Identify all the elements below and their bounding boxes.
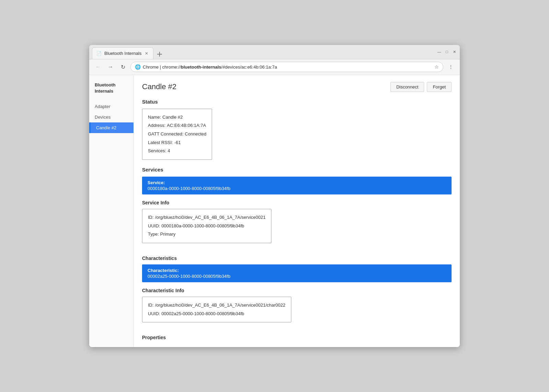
- characteristic-info-section: Characteristic Info ID: /org/bluez/hci0/…: [142, 288, 452, 329]
- status-rssi-value: -61: [174, 139, 181, 147]
- toolbar-icons: ⋮: [446, 62, 456, 72]
- service-uuid: 0000180a-0000-1000-8000-00805f9b34fb: [148, 186, 446, 191]
- browser-window: 📄 Bluetooth Internals ✕ — □ ✕ ← → ↻ 🌐 Ch…: [89, 45, 460, 347]
- status-name-row: Name: Candle #2: [148, 113, 206, 122]
- service-info-box: ID: /org/bluez/hci0/dev_AC_E6_4B_06_1A_7…: [142, 209, 271, 243]
- status-info-box: Name: Candle #2 Address: AC:E6:4B:06:1A:…: [142, 109, 212, 160]
- status-gatt-value: Connected: [185, 130, 207, 139]
- properties-title: Properties: [142, 335, 452, 340]
- service-info-section: Service Info ID: /org/bluez/hci0/dev_AC_…: [142, 200, 452, 250]
- active-tab[interactable]: 📄 Bluetooth Internals ✕: [92, 47, 153, 59]
- title-bar: 📄 Bluetooth Internals ✕ — □ ✕: [89, 45, 460, 59]
- characteristic-info-box: ID: /org/bluez/hci0/dev_AC_E6_4B_06_1A_7…: [142, 297, 291, 322]
- tab-close-button[interactable]: ✕: [144, 50, 149, 57]
- service-id-row: ID: /org/bluez/hci0/dev_AC_E6_4B_06_1A_7…: [148, 213, 266, 222]
- window-controls: — □ ✕: [436, 49, 457, 55]
- sidebar-item-devices[interactable]: Devices: [89, 112, 133, 122]
- service-bar[interactable]: Service: 0000180a-0000-1000-8000-00805f9…: [142, 177, 452, 194]
- service-id-value: /org/bluez/hci0/dev_AC_E6_4B_06_1A_7A/se…: [155, 213, 266, 222]
- status-name-label: Name:: [148, 113, 161, 122]
- characteristic-bar[interactable]: Characteristic: 00002a25-0000-1000-8000-…: [142, 264, 452, 282]
- status-gatt-row: GATT Connected: Connected: [148, 130, 206, 139]
- status-services-value: 4: [167, 147, 170, 155]
- page-title: Candle #2: [142, 82, 176, 91]
- main-content: Bluetooth Internals Adapter Devices Cand…: [89, 75, 460, 347]
- char-id-label: ID:: [148, 301, 154, 310]
- service-uuid-label: UUID:: [148, 222, 160, 230]
- minimize-button[interactable]: —: [436, 49, 442, 55]
- address-bar-icons: ☆: [434, 64, 439, 70]
- sidebar-title: Bluetooth Internals: [89, 82, 133, 101]
- characteristics-title: Characteristics: [142, 256, 452, 261]
- bookmark-icon[interactable]: ☆: [434, 64, 439, 70]
- forget-button[interactable]: Forget: [427, 82, 452, 92]
- status-rssi-row: Latest RSSI: -61: [148, 139, 206, 147]
- navigation-bar: ← → ↻ 🌐 Chrome | chrome://bluetooth-inte…: [89, 59, 460, 75]
- service-id-label: ID:: [148, 213, 154, 222]
- security-icon: 🌐: [135, 64, 141, 70]
- char-id-value: /org/bluez/hci0/dev_AC_E6_4B_06_1A_7A/se…: [155, 301, 285, 310]
- sidebar-item-candle2[interactable]: Candle #2: [89, 122, 133, 133]
- back-button[interactable]: ←: [93, 62, 103, 72]
- service-info-title: Service Info: [142, 200, 452, 205]
- service-label: Service:: [148, 180, 446, 185]
- characteristics-section: Characteristics Characteristic: 00002a25…: [142, 256, 452, 340]
- close-button[interactable]: ✕: [452, 49, 457, 55]
- header-buttons: Disconnect Forget: [390, 82, 452, 92]
- status-address-row: Address: AC:E6:4B:06:1A:7A: [148, 121, 206, 130]
- status-rssi-label: Latest RSSI:: [148, 139, 173, 147]
- tab-title: Bluetooth Internals: [104, 51, 141, 56]
- maximize-button[interactable]: □: [444, 49, 449, 55]
- tab-page-icon: 📄: [96, 51, 102, 56]
- service-uuid-value: 0000180a-0000-1000-8000-00805f9b34fb: [161, 222, 244, 230]
- status-address-label: Address:: [148, 121, 165, 130]
- char-id-row: ID: /org/bluez/hci0/dev_AC_E6_4B_06_1A_7…: [148, 301, 285, 310]
- status-services-label: Services:: [148, 147, 166, 155]
- menu-button[interactable]: ⋮: [446, 62, 456, 72]
- char-uuid-value: 00002a25-0000-1000-8000-00805f9b34fb: [161, 310, 244, 318]
- service-uuid-row: UUID: 0000180a-0000-1000-8000-00805f9b34…: [148, 222, 266, 230]
- disconnect-button[interactable]: Disconnect: [390, 82, 424, 92]
- services-section-title: Services: [142, 167, 452, 173]
- new-tab-button[interactable]: [155, 49, 164, 59]
- sidebar-item-adapter[interactable]: Adapter: [89, 101, 133, 112]
- characteristic-info-title: Characteristic Info: [142, 288, 452, 293]
- sidebar: Bluetooth Internals Adapter Devices Cand…: [89, 75, 134, 347]
- service-type-value: Primary: [160, 230, 176, 239]
- forward-button[interactable]: →: [106, 62, 115, 72]
- status-section-title: Status: [142, 99, 452, 105]
- address-text: Chrome | chrome://bluetooth-internals/#d…: [143, 64, 277, 70]
- page-content-area: Candle #2 Disconnect Forget Status Name:…: [134, 75, 460, 347]
- status-gatt-label: GATT Connected:: [148, 130, 184, 139]
- status-name-value: Candle #2: [162, 113, 183, 122]
- page-header: Candle #2 Disconnect Forget: [142, 82, 452, 92]
- address-bar[interactable]: 🌐 Chrome | chrome://bluetooth-internals/…: [130, 62, 443, 72]
- status-address-value: AC:E6:4B:06:1A:7A: [167, 121, 206, 130]
- services-section: Services Service: 0000180a-0000-1000-800…: [142, 167, 452, 340]
- service-type-label: Type:: [148, 230, 159, 239]
- status-services-row: Services: 4: [148, 147, 206, 155]
- svg-rect-1: [157, 54, 162, 55]
- char-uuid-row: UUID: 00002a25-0000-1000-8000-00805f9b34…: [148, 310, 285, 318]
- status-section: Status Name: Candle #2 Address: AC:E6:4B…: [142, 99, 452, 167]
- characteristic-label: Characteristic:: [148, 268, 446, 273]
- reload-button[interactable]: ↻: [118, 62, 128, 72]
- characteristic-uuid: 00002a25-0000-1000-8000-00805f9b34fb: [148, 274, 446, 279]
- char-uuid-label: UUID:: [148, 310, 160, 318]
- service-type-row: Type: Primary: [148, 230, 266, 239]
